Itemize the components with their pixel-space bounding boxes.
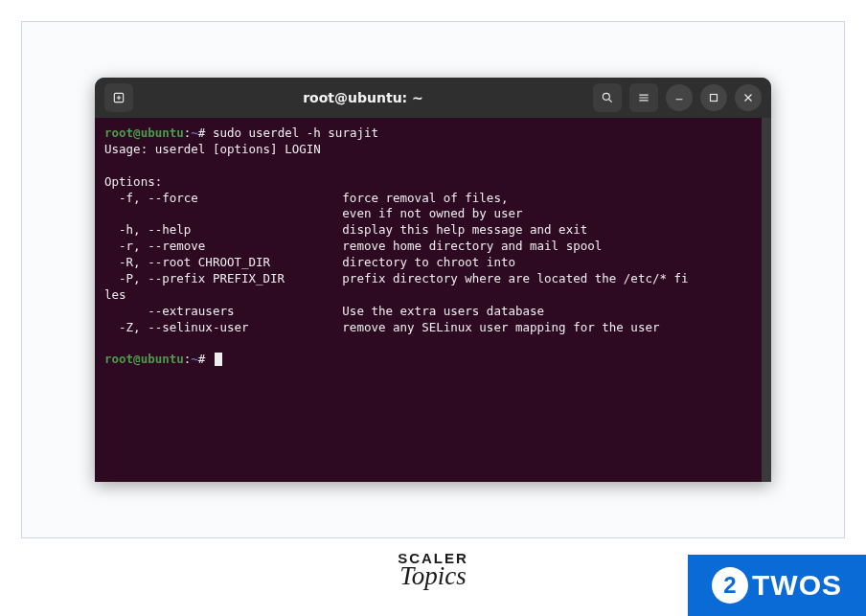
prompt-user-2: root@ubuntu [104, 352, 184, 366]
terminal-body[interactable]: root@ubuntu:~# sudo userdel -h surajit U… [95, 118, 771, 482]
minimize-button[interactable] [666, 84, 693, 111]
svg-rect-9 [711, 95, 718, 102]
scaler-text-bottom: Topics [398, 565, 468, 587]
titlebar: root@ubuntu: ~ [95, 78, 771, 118]
prompt-path: ~ [191, 125, 198, 140]
hamburger-icon [637, 91, 650, 104]
search-button[interactable] [593, 83, 622, 112]
svg-line-4 [609, 100, 612, 103]
window-title: root@ubuntu: ~ [303, 90, 423, 105]
twos-badge: 2 TWOS [688, 555, 866, 616]
cursor [215, 353, 222, 366]
minimize-icon [672, 91, 686, 104]
search-icon [601, 91, 614, 104]
terminal-window: root@ubuntu: ~ root@ubunt [95, 78, 771, 482]
close-icon [741, 91, 755, 104]
command-text: sudo userdel -h surajit [205, 125, 378, 140]
new-tab-button[interactable] [104, 83, 133, 112]
maximize-icon [707, 91, 720, 104]
command-output: Usage: userdel [options] LOGIN Options: … [104, 142, 689, 334]
content-frame: root@ubuntu: ~ root@ubunt [21, 21, 845, 538]
scaler-logo: SCALER Topics [398, 553, 468, 587]
svg-point-3 [603, 93, 609, 100]
close-button[interactable] [735, 84, 762, 111]
plus-box-icon [112, 91, 125, 104]
maximize-button[interactable] [700, 84, 727, 111]
twos-text: TWOS [752, 569, 842, 602]
prompt-user: root@ubuntu [104, 125, 184, 140]
menu-button[interactable] [629, 83, 658, 112]
twos-circle: 2 [712, 567, 748, 604]
